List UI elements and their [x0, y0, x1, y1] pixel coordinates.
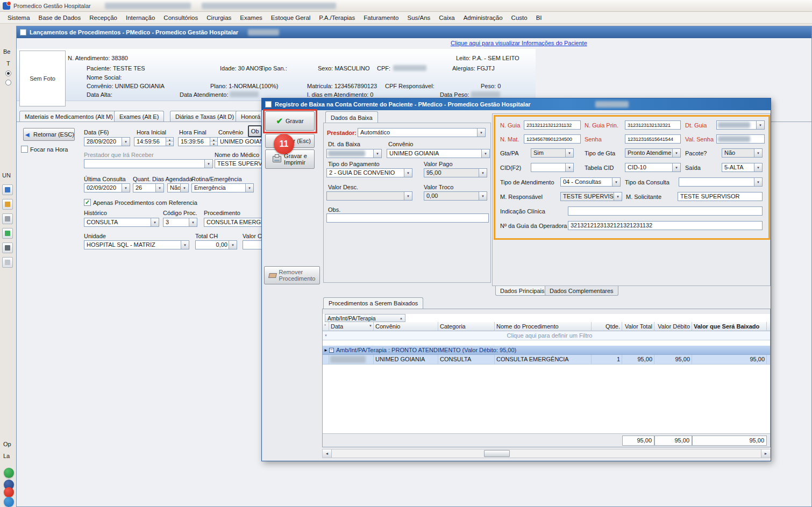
codigo-proc-combo[interactable]: 3 ▼ — [163, 218, 197, 227]
retornar-button[interactable]: ◄ Retornar (ESC) — [23, 128, 75, 141]
valor-desc-field[interactable]: ▼ — [326, 191, 412, 201]
tipo-gta-combo[interactable]: Pronto Atendime ▼ — [625, 148, 681, 158]
menu-caixa[interactable]: Caixa — [435, 13, 459, 23]
nome-medico-field[interactable]: TESTE SUPERVIS — [215, 159, 262, 168]
spinner-icon[interactable]: ▲▼ — [210, 138, 217, 146]
chevron-down-icon[interactable]: ▼ — [612, 178, 620, 186]
tab-diarias-taxas[interactable]: Diárias e Taxas (Alt D) — [170, 111, 239, 122]
chevron-down-icon[interactable]: ▼ — [672, 149, 680, 157]
scrollbar-thumb[interactable] — [484, 450, 510, 457]
apenas-referencia-checkbox[interactable]: ✓ — [84, 199, 91, 206]
menu-custo[interactable]: Custo — [507, 13, 532, 23]
chevron-down-icon[interactable]: ▼ — [189, 218, 197, 226]
chevron-down-icon[interactable]: ▼ — [245, 184, 253, 192]
patient-info-link[interactable]: Clique aqui para visualizar Informações … — [451, 40, 587, 46]
menu-consultorios[interactable]: Consultórios — [159, 13, 202, 23]
menu-base-de-dados[interactable]: Base de Dados — [34, 13, 86, 23]
val-senha-input[interactable] — [716, 134, 765, 144]
chevron-down-icon[interactable]: ▼ — [404, 169, 412, 177]
tipo-atendimento-combo[interactable]: 04 - Consultas ▼ — [560, 177, 621, 187]
tab-dados-da-baixa[interactable]: Dados da Baixa — [325, 111, 378, 123]
cid-f2-combo[interactable]: ▼ — [531, 163, 574, 172]
side-tool-printer-icon[interactable] — [2, 242, 13, 253]
total-ch-field[interactable]: 0,00 ▼ — [195, 240, 237, 249]
chevron-down-icon[interactable]: ▼ — [477, 128, 485, 137]
unidade-combo[interactable]: HOSPITAL SQL - MATRIZ ▼ — [84, 240, 189, 249]
n-guia-operadora-input[interactable]: 3213212123132121321231132 — [568, 221, 763, 230]
quant-dias-field[interactable]: 26 ▼ — [133, 183, 164, 192]
n-guia-prin-input[interactable]: 3123123132132321 — [625, 120, 681, 130]
tipo-consulta-combo[interactable]: ▼ — [679, 177, 763, 187]
col-header-procedimento[interactable]: Nome do Procedimento — [495, 322, 592, 331]
grid-data-row[interactable]: UNIMED GOIANIA CONSULTA CONSULTA EMERGÊN… — [323, 355, 770, 365]
tab-materiais-medicamentos[interactable]: Materiais e Medicamentos (Alt M) — [19, 111, 118, 122]
col-header-valor-debito[interactable]: Valor Débito — [654, 322, 692, 331]
gta-pa-combo[interactable]: Sim ▼ — [531, 148, 574, 158]
side-radio-1[interactable] — [5, 70, 11, 76]
dt-guia-combo[interactable]: ▼ — [716, 120, 765, 130]
procedimento-field[interactable]: CONSULTA EMERGÊN — [204, 218, 262, 227]
menu-sistema[interactable]: Sistema — [3, 13, 34, 23]
menu-estoque-geral[interactable]: Estoque Geral — [267, 13, 315, 23]
obs-button[interactable]: Ob — [248, 125, 262, 137]
chevron-down-icon[interactable]: ▼ — [754, 149, 762, 157]
n-mat-input[interactable]: 12345678901234500 — [524, 134, 581, 144]
grid-group-row[interactable]: ► − Amb/Int/PA/Terapia : PRONTO ATENDIME… — [323, 346, 770, 355]
side-tool-icon-6[interactable] — [2, 257, 13, 268]
tab-dados-complementares[interactable]: Dados Complementares — [545, 286, 618, 296]
n-guia-input[interactable]: 23132121321231132 — [524, 120, 581, 130]
menu-pa-terapias[interactable]: P.A./Terapias — [315, 13, 359, 23]
prestador-combo[interactable]: Automático ▼ — [358, 128, 486, 137]
chevron-down-icon[interactable]: ▼ — [229, 241, 237, 249]
data-f6-combo[interactable]: 28/09/2020 ▼ — [84, 137, 130, 146]
prestador-recebe-combo[interactable]: ▼ — [84, 159, 213, 168]
remover-procedimento-button[interactable]: Remover Procedimento — [264, 266, 320, 284]
chevron-down-icon[interactable]: ▼ — [565, 149, 573, 157]
menu-administracao[interactable]: Administração — [459, 13, 507, 23]
chevron-down-icon[interactable]: ▼ — [756, 121, 764, 129]
chevron-down-icon[interactable]: ▼ — [181, 241, 189, 249]
historico-combo[interactable]: CONSULTA ▼ — [84, 218, 159, 227]
side-tool-icon-4[interactable] — [2, 228, 13, 239]
chevron-down-icon[interactable]: ▼ — [122, 138, 130, 146]
col-header-categoria[interactable]: Categoria — [438, 322, 495, 331]
shortcut-green-icon[interactable] — [4, 468, 14, 478]
hora-final-field[interactable]: 15:39:56 ▲▼ — [178, 137, 218, 146]
valor-troco-field[interactable]: 0,00 ▼ — [424, 191, 487, 201]
chevron-down-icon[interactable]: ▼ — [754, 163, 762, 172]
chevron-down-icon[interactable]: ▼ — [614, 192, 622, 201]
col-header-valor-baixado[interactable]: Valor que Será Baixado — [692, 322, 767, 331]
indicacao-clinica-input[interactable] — [568, 206, 763, 216]
shortcut-red-icon[interactable] — [4, 487, 14, 497]
col-header-valor-total[interactable]: Valor Total — [622, 322, 654, 331]
chevron-down-icon[interactable]: ▼ — [180, 184, 188, 192]
col-header-convenio[interactable]: Convênio — [374, 322, 438, 331]
scroll-left-icon[interactable]: ◄ — [323, 449, 332, 458]
horizontal-scrollbar[interactable]: ◄ ► — [322, 449, 771, 458]
m-responsavel-combo[interactable]: TESTE SUPERVIS ▼ — [560, 192, 622, 201]
shortcut-teal-icon[interactable] — [4, 497, 14, 507]
side-radio-2[interactable] — [5, 80, 11, 85]
dt-baixa-combo[interactable]: ▼ — [326, 149, 382, 158]
hora-inicial-field[interactable]: 14:59:56 ▲▼ — [134, 137, 174, 146]
chevron-down-icon[interactable]: ▼ — [672, 163, 680, 172]
saida-combo[interactable]: 5-ALTA ▼ — [722, 163, 763, 172]
tipo-pagamento-combo[interactable]: 2 - GUIA DE CONVENIO ▼ — [326, 168, 412, 177]
agendada-combo[interactable]: Não ▼ — [167, 183, 189, 192]
rotina-emergencia-combo[interactable]: Emergência ▼ — [191, 183, 254, 192]
chevron-down-icon[interactable]: ▼ — [481, 149, 489, 158]
senha-input[interactable]: 12312316515641544 — [625, 134, 681, 144]
col-header-qtde[interactable]: Qtde. — [592, 322, 622, 331]
group-band-header[interactable]: Amb/Int/PA/Terapia ▲ — [325, 314, 405, 322]
collapse-icon[interactable]: − — [329, 348, 334, 353]
valor-c-field[interactable] — [243, 240, 262, 249]
chevron-down-icon[interactable]: ▼ — [373, 149, 381, 158]
tab-procedimentos-baixados[interactable]: Procedimentos a Serem Baixados — [323, 297, 423, 309]
grid-filter-row[interactable]: ▼ Clique aqui para definir um Filtro — [323, 331, 770, 340]
spinner-icon[interactable]: ▲▼ — [166, 138, 173, 146]
menu-recepcao[interactable]: Recepção — [85, 13, 122, 23]
dlg-convenio-combo[interactable]: UNIMED GOIANIA ▼ — [387, 149, 490, 158]
chevron-down-icon[interactable]: ▼ — [565, 163, 573, 172]
obs-input[interactable] — [326, 213, 489, 223]
convenio-form-field[interactable]: UNIMED GOIANI — [217, 137, 262, 146]
